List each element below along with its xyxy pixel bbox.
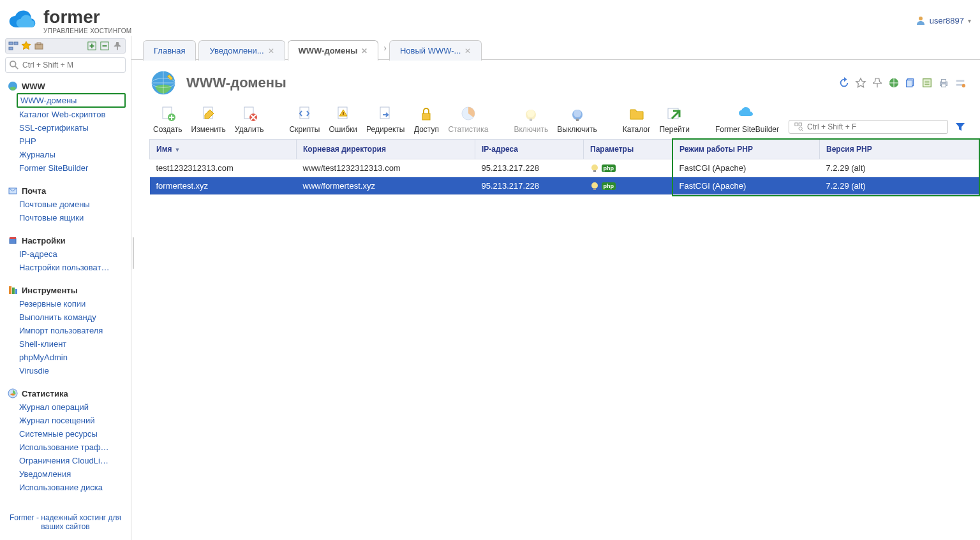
tab[interactable]: WWW-домены✕ (288, 40, 379, 61)
sidebar: WWWWWW-доменыКаталог Web-скриптовSSL-сер… (0, 36, 131, 540)
table-cell: test1232312313.com (150, 159, 297, 177)
tool-button[interactable]: Каталог (619, 105, 655, 134)
column-header[interactable]: Параметры (584, 140, 673, 159)
nav-item[interactable]: Журнал посещений (19, 414, 126, 427)
footer-link[interactable]: Former - надежный хостинг для ваших сайт… (5, 509, 126, 535)
tool-label: Перейти (659, 125, 690, 134)
svg-rect-2 (14, 42, 18, 45)
chevron-right-icon: › (383, 43, 387, 53)
nav-item[interactable]: Почтовые ящики (19, 211, 126, 224)
tab[interactable]: Главная (143, 40, 196, 61)
column-header[interactable]: Имя▼ (150, 140, 297, 159)
bulb-on-icon (590, 182, 599, 191)
tool-button[interactable]: Редиректы (362, 105, 408, 134)
copy-icon[interactable] (905, 77, 916, 89)
nav-item[interactable]: Настройки пользоват… (19, 261, 126, 274)
nav-item-label: Каталог Web-скриптов (19, 110, 105, 119)
table-row[interactable]: test1232312313.comwww/test1232312313.com… (150, 159, 980, 177)
nav-item[interactable]: Резервные копии (19, 297, 126, 310)
pin-icon[interactable] (112, 41, 122, 51)
export-csv-icon[interactable] (921, 77, 933, 89)
close-icon[interactable]: ✕ (464, 47, 471, 55)
nav-item[interactable]: Системные ресурсы (19, 427, 126, 441)
nav-section-header[interactable]: WWW (5, 79, 126, 93)
column-header[interactable]: Корневая директория (297, 140, 475, 159)
nav-item[interactable]: Уведомления (19, 467, 126, 481)
table-cell: 95.213.217.228 (475, 177, 584, 195)
nav-section-header[interactable]: Статистика (5, 386, 126, 400)
chevron-down-icon: ▾ (968, 17, 971, 24)
svg-point-40 (527, 110, 535, 117)
svg-rect-12 (10, 237, 16, 239)
nav-item[interactable]: Почтовые домены (19, 198, 126, 211)
tool-button[interactable]: Ошибки (325, 105, 362, 134)
nav-item[interactable]: SSL-сертификаты (19, 121, 126, 135)
filter-icon[interactable] (954, 121, 966, 133)
svg-point-8 (10, 61, 16, 67)
tool-button[interactable]: Изменить (188, 105, 230, 134)
nav-section-header[interactable]: Инструменты (5, 283, 126, 297)
tool-icon (376, 105, 394, 122)
nav-item[interactable]: Импорт пользователя (19, 324, 126, 337)
nav-item[interactable]: WWW-домены (17, 93, 126, 108)
tool-button[interactable]: Удалить (231, 105, 268, 134)
pin-outline-icon[interactable] (872, 77, 883, 89)
svg-rect-50 (593, 170, 596, 172)
user-menu[interactable]: user8897 ▾ (916, 15, 971, 26)
nav-item[interactable]: Использование траф… (19, 441, 126, 454)
quick-search[interactable] (789, 120, 948, 134)
nav-item[interactable]: phpMyAdmin (19, 351, 126, 364)
tool-button[interactable]: Выключить (553, 105, 600, 134)
column-header[interactable]: Режим работы PHP (673, 140, 820, 159)
nav-item[interactable]: Ограничения CloudLi… (19, 454, 126, 467)
tab[interactable]: Уведомлени...✕ (198, 40, 285, 61)
nav-item[interactable]: Former SiteBuilder (19, 161, 126, 175)
collapse-all-icon[interactable] (100, 41, 110, 51)
nav-item[interactable]: Shell-клиент (19, 337, 126, 351)
nav-item[interactable]: Выполнить команду (19, 310, 126, 324)
tool-button[interactable]: Перейти (655, 105, 694, 134)
briefcase-icon[interactable] (34, 41, 44, 51)
sidebar-search-input[interactable] (22, 61, 121, 69)
tool-icon (159, 105, 177, 122)
close-icon[interactable]: ✕ (361, 47, 368, 55)
nav-item[interactable]: Каталог Web-скриптов (19, 108, 126, 121)
svg-rect-21 (907, 80, 912, 87)
nav-item[interactable]: Virusdie (19, 364, 126, 377)
nav-item-label: SSL-сертификаты (19, 123, 89, 133)
nav-section-header[interactable]: Настройки (5, 233, 126, 247)
sidebar-search[interactable] (5, 57, 126, 73)
page-actions (838, 77, 966, 89)
print-icon[interactable] (938, 77, 949, 89)
expand-all-icon[interactable] (87, 41, 97, 51)
nav-section-header[interactable]: Почта (5, 184, 126, 198)
tool-button[interactable]: Создать (149, 105, 186, 134)
svg-rect-11 (10, 238, 16, 244)
column-header[interactable]: IP-адреса (475, 140, 584, 159)
table-cell: FastCGI (Apache) (673, 177, 820, 195)
settings-icon[interactable] (954, 77, 966, 89)
globe-small-icon[interactable] (888, 77, 900, 89)
star-icon[interactable] (21, 41, 31, 51)
column-header[interactable]: Версия PHP (820, 140, 980, 159)
nav-item[interactable]: Журнал операций (19, 400, 126, 414)
tool-button: Статистика (444, 105, 492, 134)
quick-search-input[interactable] (807, 122, 942, 131)
tool-button[interactable]: Former SiteBuilder (711, 105, 783, 134)
tool-button[interactable]: Доступ (410, 105, 443, 134)
refresh-icon[interactable] (838, 77, 850, 89)
table-row[interactable]: formertest.xyzwww/formertest.xyz95.213.2… (150, 177, 980, 195)
nav-item[interactable]: Использование диска (19, 481, 126, 494)
nav-item[interactable]: Журналы (19, 148, 126, 161)
nav-item[interactable]: PHP (19, 135, 126, 148)
tree-icon[interactable] (8, 41, 19, 51)
tool-button[interactable]: Скрипты (286, 105, 324, 134)
close-icon[interactable]: ✕ (268, 47, 274, 55)
tab[interactable]: Новый WWW-...✕ (389, 40, 482, 61)
search-grid-icon (794, 122, 803, 131)
nav-item-label: Журнал посещений (19, 416, 95, 425)
nav-item-label: Уведомления (19, 469, 71, 479)
star-outline-icon[interactable] (855, 77, 866, 89)
nav-item[interactable]: IP-адреса (19, 247, 126, 261)
svg-rect-41 (530, 119, 532, 121)
